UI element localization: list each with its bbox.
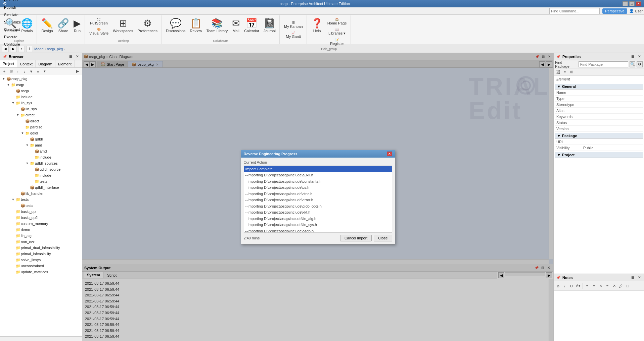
notes-edit-btn[interactable]: 🖊 — [618, 283, 624, 289]
notes-expand-btn[interactable]: □ — [625, 283, 631, 289]
close-btn[interactable]: ✕ — [636, 1, 641, 6]
ribbon-btn-share[interactable]: 🔗 Share — [56, 17, 71, 34]
find-package-btn[interactable]: 🔍 — [630, 61, 636, 67]
props-icon-btn[interactable]: 🖼 — [555, 69, 561, 75]
browser-close-btn[interactable]: ✕ — [75, 54, 80, 59]
properties-close-btn[interactable]: ✕ — [637, 54, 642, 59]
nav-forward-btn[interactable]: ▶ — [10, 46, 17, 52]
browser-tab-element[interactable]: Element — [55, 60, 75, 67]
tree-item[interactable]: 📁unconstrained — [1, 263, 81, 269]
browser-pin-btn[interactable]: 📌 — [2, 54, 7, 59]
progress-item[interactable]: --importing D:\project\osqp\include\cs.h — [244, 184, 392, 191]
notes-bold-btn[interactable]: B — [555, 283, 561, 289]
tree-item[interactable]: 📦osqp — [1, 88, 81, 94]
notes-content[interactable] — [554, 291, 644, 341]
find-package-input[interactable] — [579, 61, 628, 67]
tree-item[interactable]: ▼📁qdldl — [1, 130, 81, 136]
progress-item[interactable]: --importing D:\project\osqp\include\cons… — [244, 178, 392, 185]
ribbon-btn-preferences[interactable]: ⚙ Preferences — [136, 17, 159, 34]
notes-underline-btn[interactable]: U — [568, 283, 574, 289]
notes-format-btn[interactable]: ≡ — [604, 283, 610, 289]
minimize-btn[interactable]: — — [623, 1, 628, 6]
props-section-general[interactable]: ▼ General — [555, 84, 643, 90]
nav-back-btn[interactable]: ◀ — [2, 46, 9, 52]
tree-item[interactable]: 📁non_cvx — [1, 239, 81, 245]
tree-item[interactable]: ▼📦osqp_pkg — [1, 76, 81, 82]
breadcrumb-pkg[interactable]: osqp_pkg — [47, 47, 63, 51]
tree-item[interactable]: 📁update_matrices — [1, 269, 81, 275]
ribbon-btn-discussions[interactable]: 💬 Discussions — [164, 17, 187, 34]
ribbon-btn-workspaces[interactable]: ⊞ Workspaces — [111, 17, 135, 34]
tree-item[interactable]: 📁basic_qp — [1, 209, 81, 215]
tree-item[interactable]: 📦amd — [1, 148, 81, 154]
modal-cancel-btn[interactable]: Cancel Import — [340, 235, 372, 241]
tree-item[interactable]: ▼📁lin_sys — [1, 100, 81, 106]
props-field-value[interactable]: Public — [583, 146, 641, 150]
properties-pin-btn[interactable]: 📌 — [556, 54, 561, 59]
ribbon-btn-libraries[interactable]: 📖 Libraries ▾ — [326, 27, 349, 37]
ribbon-btn-help[interactable]: ❓ Help — [310, 17, 325, 34]
ribbon-btn-run[interactable]: ▶ Run — [72, 17, 83, 34]
browser-tab-diagram[interactable]: Diagram — [36, 60, 55, 67]
tree-item[interactable]: 📦qdldl_source — [1, 166, 81, 172]
notes-close-btn[interactable]: ✕ — [637, 275, 642, 280]
ribbon-btn-team-library[interactable]: 📚 Team Library — [205, 17, 230, 34]
ribbon-btn-search[interactable]: 🔍 Search — [3, 17, 18, 34]
browser-tab-project[interactable]: Project — [0, 60, 17, 67]
tree-item[interactable]: ▼📁amd — [1, 142, 81, 148]
progress-item[interactable]: --importing D:\project\osqp\include\osqp… — [244, 228, 392, 233]
tree-item[interactable]: 📁solve_linsys — [1, 257, 81, 263]
tree-item[interactable]: 📦direct — [1, 118, 81, 124]
notes-clear-btn[interactable]: ✕ — [598, 283, 604, 289]
progress-item[interactable]: --importing D:\project\osqp\include\ctrl… — [244, 191, 392, 197]
progress-item[interactable]: --importing D:\project\osqp\include\kkt.… — [244, 209, 392, 216]
menu-item-develop[interactable]: Develop — [1, 0, 24, 4]
tree-item[interactable]: 📁primal_infeasibility — [1, 251, 81, 257]
ribbon-btn-portals[interactable]: 🌐 Portals — [19, 17, 35, 34]
tree-item[interactable]: 📁include — [1, 172, 81, 178]
progress-item[interactable]: Import Complete! — [244, 166, 392, 172]
tree-item[interactable]: 📦qdldl — [1, 136, 81, 142]
tree-item[interactable]: 📁include — [1, 154, 81, 160]
notes-float-btn[interactable]: ⊟ — [630, 275, 635, 280]
tree-item[interactable]: ▼📁qdldl_sources — [1, 160, 81, 166]
tree-item[interactable]: 📁include — [1, 94, 81, 100]
browser-expand-btn[interactable]: ▼ — [28, 68, 34, 74]
progress-item[interactable]: --importing D:\project\osqp\include\auxi… — [244, 172, 392, 178]
find-options-btn[interactable]: ⚙ — [637, 61, 643, 67]
modal-close-btn[interactable]: ✕ — [387, 152, 392, 156]
tree-item[interactable]: 📦qdldl_interface — [1, 184, 81, 190]
ribbon-btn-calendar[interactable]: 📅 Calendar — [242, 17, 261, 34]
browser-grid-btn[interactable]: ⊞ — [8, 68, 14, 74]
ribbon-btn-visual-style[interactable]: 🎨 Visual Style — [88, 27, 110, 36]
tree-item[interactable]: 📁lin_alg — [1, 233, 81, 239]
notes-indent-btn[interactable]: ≡ — [591, 283, 597, 289]
ribbon-btn-fullscreen[interactable]: ⛶ FullScreen — [88, 17, 110, 26]
browser-menu-btn[interactable]: ≡ — [35, 68, 41, 74]
props-grid-btn[interactable]: ⊞ — [568, 69, 574, 75]
nav-up-btn[interactable]: ↑ — [18, 46, 25, 52]
ribbon-btn-register[interactable]: 📝 Register — [326, 37, 349, 47]
tree-item[interactable]: 📦lib_handler — [1, 190, 81, 196]
breadcrumb-root[interactable]: Model — [34, 47, 44, 51]
tree-view[interactable]: ▼📦osqp_pkg▼📁osqp📦osqp📁include▼📁lin_sys📦l… — [0, 75, 82, 336]
tree-item[interactable]: 📁demo — [1, 227, 81, 233]
progress-item[interactable]: --importing D:\project\osqp\include\lin_… — [244, 222, 392, 228]
browser-float-btn[interactable]: ⊟ — [68, 54, 73, 59]
browser-up-btn[interactable]: ↑ — [15, 68, 21, 74]
tree-item[interactable]: 📁custom_memory — [1, 221, 81, 227]
perspective-button[interactable]: Perspective — [602, 8, 627, 14]
tree-item[interactable]: 📦tests — [1, 203, 81, 209]
props-section-project[interactable]: ▼ Project — [555, 152, 643, 158]
notes-italic-btn[interactable]: I — [562, 283, 568, 289]
tree-item[interactable]: 📁tests — [1, 178, 81, 184]
progress-item[interactable]: --importing D:\project\osqp\include\lin_… — [244, 216, 392, 222]
ribbon-btn-design[interactable]: ✏️ Design — [40, 17, 55, 34]
ribbon-btn-home-page[interactable]: 🏠 Home Page — [326, 17, 349, 26]
tree-item[interactable]: ▼📁tests — [1, 196, 81, 203]
browser-tab-context[interactable]: Context — [17, 60, 36, 67]
modal-close-action-btn[interactable]: Close — [374, 235, 392, 241]
properties-float-btn[interactable]: ⊟ — [630, 54, 635, 59]
ribbon-btn-my-kanban[interactable]: ☰ My Kanban — [282, 20, 305, 30]
find-command-input[interactable] — [549, 8, 600, 14]
